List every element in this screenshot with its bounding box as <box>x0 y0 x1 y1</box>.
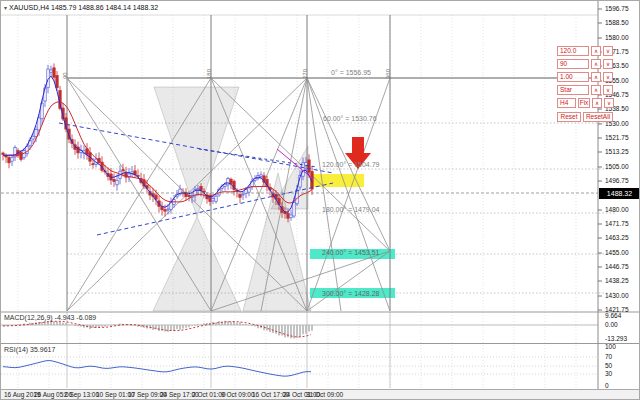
current-price-tag: 1488.32 <box>599 188 640 199</box>
reset-button[interactable]: Reset <box>557 112 581 122</box>
chart-canvas[interactable] <box>1 1 640 400</box>
price-axis-label: 1505.00 <box>605 163 629 170</box>
mode-up-button[interactable]: ∧ <box>591 85 601 95</box>
symbol-ohlc-title: XAUUSD,H4 1485.79 1488.86 1484.14 1488.3… <box>9 4 158 11</box>
macd-histogram <box>3 320 312 338</box>
timeframe-up-button[interactable]: ∧ <box>592 98 602 108</box>
price-chart-svg <box>1 1 640 400</box>
time-axis-label: 31 Oct 09:00 <box>306 391 343 398</box>
panel-row-angle: 120.0 ∧ ∨ <box>557 46 613 56</box>
scale-down-button[interactable]: ∨ <box>603 72 613 82</box>
gann-level-180deg: 180.00° = 1479.04 <box>322 206 380 213</box>
scale-input[interactable]: 1.00 <box>557 72 589 82</box>
rsi-scale-label: 0 <box>605 382 609 389</box>
rsi-indicator-label: RSI(14) 35.9617 <box>4 346 55 354</box>
rsi-scale-label: 100 <box>605 343 616 350</box>
price-axis-label: 1596.75 <box>605 5 629 12</box>
scale-up-button[interactable]: ∧ <box>591 72 601 82</box>
price-axis-label: 1521.75 <box>605 134 629 141</box>
angle-down-button[interactable]: ∨ <box>603 46 613 56</box>
panel-row-mode: Star ∧ ∨ <box>557 85 613 95</box>
mode-input[interactable]: Star <box>557 85 589 95</box>
chart-title: ▾XAUUSD,H4 1485.79 1488.86 1484.14 1488.… <box>4 4 158 11</box>
price-axis-label: 1480.00 <box>605 206 629 213</box>
price-axis-label: 1438.25 <box>605 277 629 284</box>
chart-dropdown-icon[interactable]: ▾ <box>4 5 7 11</box>
price-axis-label: 1463.25 <box>605 234 629 241</box>
timeframe-down-button[interactable]: ∨ <box>604 98 614 108</box>
price-axis-label: 1455.00 <box>605 249 629 256</box>
gann-level-300deg: 300.00° = 1428.28 <box>322 290 380 297</box>
rsi-scale-label: 50 <box>605 362 612 369</box>
price-axis-label: 1430.00 <box>605 292 629 299</box>
gann-level-60deg: 60.00° = 1530.76 <box>323 115 377 122</box>
mode-down-button[interactable]: ∨ <box>603 85 613 95</box>
price-axis-label: 1496.75 <box>605 177 629 184</box>
gann-level-0deg: 0° = 1556.95 <box>331 69 371 76</box>
degrees-down-button[interactable]: ∨ <box>603 59 613 69</box>
macd-scale-label: 0.00 <box>605 321 618 328</box>
gann-time-degree-label: 90 <box>62 72 68 79</box>
reset-all-button[interactable]: ResetAll <box>583 112 613 122</box>
gann-time-degree-label: 180 <box>206 69 212 79</box>
gann-time-degree-label: 360 <box>385 69 391 79</box>
degrees-input[interactable]: 90 <box>557 59 589 69</box>
timeframe-input[interactable]: H4 <box>557 98 576 108</box>
time-axis-label: 2 Sep 13:00 <box>64 391 99 398</box>
price-axis-label: 1513.25 <box>605 148 629 155</box>
time-axis-label: 9 Oct 09:00 <box>221 391 255 398</box>
angle-input[interactable]: 120.0 <box>557 46 589 56</box>
gann-level-120deg: 120.00° = 1504.79 <box>322 161 380 168</box>
rsi-scale-label: 30 <box>605 370 612 377</box>
fix-button[interactable]: Fix <box>578 98 590 108</box>
panel-row-timeframe: H4 Fix ∧ ∨ <box>557 98 614 108</box>
angle-up-button[interactable]: ∧ <box>591 46 601 56</box>
gann-time-degree-label: 270 <box>302 69 308 79</box>
panel-row-degrees: 90 ∧ ∨ <box>557 59 613 69</box>
panel-row-reset: Reset ResetAll <box>557 112 613 122</box>
price-axis-label: 1446.75 <box>605 263 629 270</box>
price-axis-label: 1471.75 <box>605 220 629 227</box>
price-axis-label: 1588.50 <box>605 19 629 26</box>
macd-scale-label: 9.664 <box>605 312 621 319</box>
price-axis-label: 1580.00 <box>605 34 629 41</box>
macd-scale-label: -13.293 <box>605 335 627 342</box>
gann-level-240deg: 240.00° = 1453.51 <box>322 249 380 256</box>
degrees-up-button[interactable]: ∧ <box>591 59 601 69</box>
macd-indicator-label: MACD(12,26,9) -4.943 -6.089 <box>4 314 96 322</box>
rsi-scale-label: 70 <box>605 353 612 360</box>
panel-row-scale: 1.00 ∧ ∨ <box>557 72 613 82</box>
mt4-chart-window: ▾XAUUSD,H4 1485.79 1488.86 1484.14 1488.… <box>0 0 640 400</box>
